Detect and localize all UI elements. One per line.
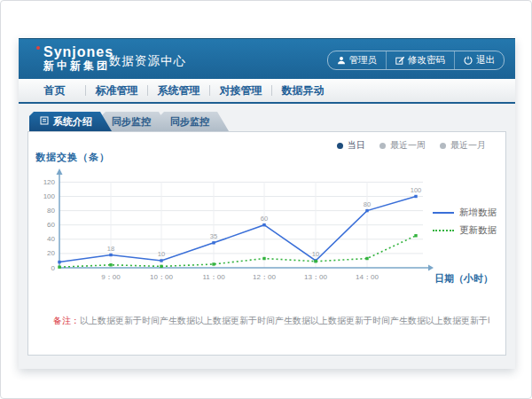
svg-text:100: 100 <box>411 186 422 194</box>
content-area: 系统介绍 同步监控 同步监控 当日 最近一周 <box>19 104 515 369</box>
radio-unselected-icon <box>379 143 386 149</box>
admin-user-button[interactable]: 管理员 <box>328 51 387 69</box>
svg-text:11：00: 11：00 <box>202 273 225 281</box>
time-range-filter-group: 当日 最近一周 最近一月 <box>337 139 486 152</box>
logo-text-cn: 新中新集团 <box>43 59 113 73</box>
svg-text:18: 18 <box>107 245 114 253</box>
svg-text:20: 20 <box>47 249 55 257</box>
logout-label: 退出 <box>476 54 495 66</box>
radio-unselected-icon <box>440 143 446 149</box>
svg-text:60: 60 <box>261 215 268 223</box>
filter-label: 当日 <box>348 139 365 152</box>
legend-label: 新增数据 <box>459 207 497 219</box>
document-icon <box>40 112 49 131</box>
nav-item-system-management[interactable]: 系统管理 <box>148 83 209 98</box>
footnote-prefix: 备注： <box>53 316 80 325</box>
footnote: 备注：以上数据更新于时间产生数据以上数据更新于时间产生数据以上数据更新于时间产生… <box>53 315 489 327</box>
filter-label: 最近一周 <box>390 139 426 152</box>
footnote-text: 以上数据更新于时间产生数据以上数据更新于时间产生数据以上数据更新于时间产生数据以… <box>80 316 489 325</box>
tab-label: 系统介绍 <box>53 112 92 131</box>
radio-selected-icon <box>337 143 343 149</box>
x-axis-title: 日期（小时） <box>434 272 493 286</box>
line-chart: 0204060801001209：0010：0011：0012：0013：001… <box>42 159 450 292</box>
filter-label: 最近一月 <box>450 139 486 152</box>
change-password-button[interactable]: 修改密码 <box>386 51 454 69</box>
edit-icon <box>395 56 404 65</box>
company-logo: Synjones 新中新集团 <box>43 44 113 73</box>
legend-label: 更新数据 <box>459 224 497 237</box>
tab-bar: 系统介绍 同步监控 同步监控 <box>29 112 218 131</box>
chart-panel: 当日 最近一周 最近一月 数据交换（条） 0204060801001209：00… <box>27 131 506 356</box>
svg-text:12：00: 12：00 <box>253 273 276 281</box>
app-header: Synjones 新中新集团 数据资源中心 管理员 修改密码 <box>19 38 515 79</box>
nav-item-home[interactable]: 首页 <box>24 83 85 98</box>
svg-text:100: 100 <box>43 192 56 200</box>
header-actions-group: 管理员 修改密码 退出 <box>327 51 505 70</box>
svg-text:60: 60 <box>47 221 55 229</box>
svg-text:40: 40 <box>47 235 55 243</box>
app-window: Synjones 新中新集团 数据资源中心 管理员 修改密码 <box>19 38 515 369</box>
change-password-label: 修改密码 <box>408 54 445 66</box>
logo-text-en: Synjones <box>43 44 113 59</box>
dotted-line-swatch-icon <box>433 230 454 231</box>
nav-item-standard-management[interactable]: 标准管理 <box>86 83 147 98</box>
filter-today[interactable]: 当日 <box>337 139 365 152</box>
power-icon <box>464 56 473 65</box>
admin-user-label: 管理员 <box>349 54 378 66</box>
nav-item-data-changes[interactable]: 数据异动 <box>272 83 333 98</box>
solid-line-swatch-icon <box>433 212 454 214</box>
filter-last-month[interactable]: 最近一月 <box>440 139 486 152</box>
svg-text:13：00: 13：00 <box>304 273 327 281</box>
tab-sync-monitor-1[interactable]: 同步监控 <box>101 112 170 131</box>
logout-button[interactable]: 退出 <box>454 51 504 69</box>
tab-sync-monitor-2[interactable]: 同步监控 <box>160 112 229 131</box>
tab-label: 同步监控 <box>112 116 151 127</box>
page-canvas: Synjones 新中新集团 数据资源中心 管理员 修改密码 <box>0 0 532 399</box>
app-title: 数据资源中心 <box>109 53 186 69</box>
chart-legend: 新增数据 更新数据 <box>433 207 497 237</box>
svg-text:10: 10 <box>158 250 165 258</box>
legend-item-updated-data[interactable]: 更新数据 <box>433 224 497 237</box>
tab-system-introduction[interactable]: 系统介绍 <box>29 112 112 131</box>
main-nav: 首页 标准管理 系统管理 对接管理 数据异动 <box>19 79 515 104</box>
svg-text:10：00: 10：00 <box>150 273 173 281</box>
filter-last-week[interactable]: 最近一周 <box>379 139 426 152</box>
svg-text:35: 35 <box>210 232 217 240</box>
tab-label: 同步监控 <box>170 116 209 127</box>
svg-text:120: 120 <box>43 178 56 186</box>
nav-item-docking-management[interactable]: 对接管理 <box>210 83 271 98</box>
svg-text:14：00: 14：00 <box>356 273 379 281</box>
svg-text:0: 0 <box>51 264 56 272</box>
svg-text:80: 80 <box>47 207 55 215</box>
legend-item-new-data[interactable]: 新增数据 <box>433 207 497 219</box>
svg-text:80: 80 <box>364 200 371 208</box>
logo-red-dot-icon <box>36 46 40 50</box>
user-icon <box>337 56 346 65</box>
svg-text:9：00: 9：00 <box>101 273 121 281</box>
svg-text:10: 10 <box>312 250 319 258</box>
